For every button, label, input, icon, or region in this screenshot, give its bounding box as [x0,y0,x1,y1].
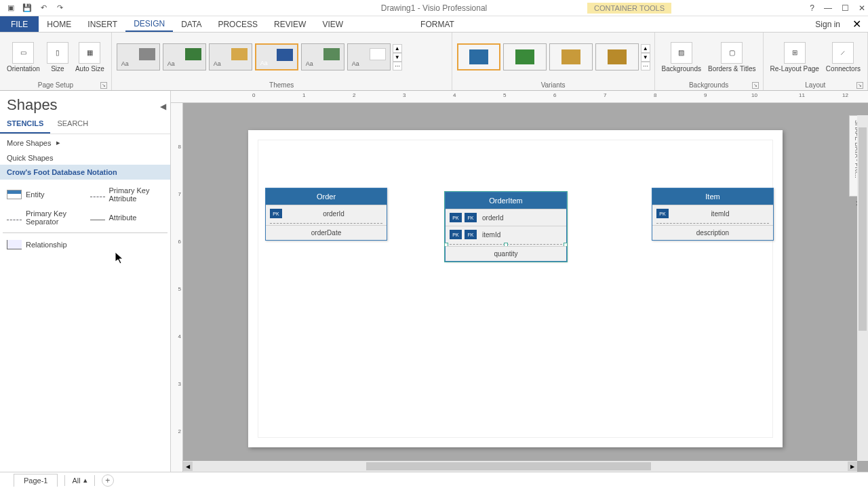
tab-home[interactable]: HOME [39,16,79,32]
add-page-button[interactable]: + [102,474,114,487]
shape-attribute[interactable]: Attribute [86,207,168,228]
tab-review[interactable]: REVIEW [266,16,314,32]
layout-launcher[interactable]: ↘ [856,82,863,89]
relayout-button[interactable]: ⊞Re-Layout Page [768,41,822,74]
scrollbar-horizontal[interactable]: ◀ ▶ [183,461,857,472]
tab-design[interactable]: DESIGN [125,16,173,32]
redo-icon[interactable]: ↷ [54,3,65,14]
minimize-icon[interactable]: — [824,3,832,13]
theme-gallery-scroll: ▲ ▼ ⋯ [393,44,402,70]
ribbon-tabs: FILE HOME INSERT DESIGN DATA PROCESS REV… [0,16,868,33]
page-setup-launcher[interactable]: ↘ [100,82,107,89]
variant-gallery-more[interactable]: ⋯ [641,62,650,70]
entity-item-separator [656,223,769,224]
theme-6[interactable]: Aa [347,43,391,70]
scroll-right-icon[interactable]: ▶ [848,462,857,471]
layout-label: Layout↘ [768,80,863,90]
chevron-up-icon: ▴ [83,476,87,485]
more-shapes[interactable]: More Shapes▸ [0,134,170,151]
scrollbar-h-thumb[interactable] [366,462,651,470]
undo-icon[interactable]: ↶ [38,3,49,14]
borders-titles-button[interactable]: ▢Borders & Titles [705,41,759,74]
divider [64,475,65,486]
entity-order-pk[interactable]: PKorderId [266,205,387,222]
group-layout: ⊞Re-Layout Page ⟋Connectors Layout↘ [764,33,868,90]
shape-relationship[interactable]: Relationship [3,237,85,252]
backgrounds-button[interactable]: ▨Backgrounds [659,41,704,74]
tab-search[interactable]: SEARCH [50,117,95,134]
orientation-button[interactable]: ▭Orientation [4,41,43,74]
entity-order[interactable]: Order PKorderId orderDate [265,188,387,241]
doc-close-icon[interactable]: ✕ [846,16,868,32]
theme-2[interactable]: Aa [163,43,206,70]
theme-3[interactable]: Aa [209,43,252,70]
entity-item[interactable]: Item PKitemId description [652,188,774,241]
tab-process[interactable]: PROCESS [210,16,266,32]
stencil-divider [3,232,167,233]
tab-insert[interactable]: INSERT [79,16,125,32]
scroll-left-icon[interactable]: ◀ [183,462,193,471]
canvas-area: 0123456789101112 8765432 Order PKorderId… [171,91,868,472]
entity-order-header[interactable]: Order [266,188,387,205]
main-area: Shapes ◀ STENCILS SEARCH More Shapes▸ Qu… [0,91,868,472]
variant-1[interactable] [457,43,500,70]
theme-1[interactable]: Aa [117,43,160,70]
theme-gallery-more[interactable]: ⋯ [393,62,402,70]
variant-scroll-down[interactable]: ▼ [641,53,650,62]
tab-file[interactable]: FILE [0,16,39,32]
fk-badge: FK [465,213,477,222]
pk-badge: PK [270,209,282,218]
maximize-icon[interactable]: ☐ [842,3,849,13]
theme-5[interactable]: Aa [301,43,344,70]
stencil-header[interactable]: Crow's Foot Database Notation [0,165,170,180]
quick-shapes[interactable]: Quick Shapes [0,151,170,165]
entity-orderitem-header[interactable]: OrderItem [446,192,566,209]
group-variants: ▲ ▼ ⋯ Variants [452,33,655,90]
drawing-page[interactable]: Order PKorderId orderDate OrderItem PKFK… [248,130,783,447]
entity-item-header[interactable]: Item [652,188,773,205]
shape-entity[interactable]: Entity [3,184,85,205]
shapes-panel: Shapes ◀ STENCILS SEARCH More Shapes▸ Qu… [0,91,171,472]
auto-size-button[interactable]: ▦Auto Size [73,41,107,74]
variants-label: Variants [456,80,650,90]
page-tab-1[interactable]: Page-1 [14,474,58,487]
tab-format[interactable]: FORMAT [412,16,462,32]
size-button[interactable]: ▯Size [44,41,71,74]
entity-orderitem[interactable]: OrderItem PKFKorderId PKFKitemId quantit… [445,192,567,262]
stencil-shapes: Entity Primary Key Attribute Primary Key… [0,180,170,256]
theme-scroll-down[interactable]: ▼ [393,53,402,62]
connectors-button[interactable]: ⟋Connectors [823,41,863,74]
theme-scroll-up[interactable]: ▲ [393,44,402,53]
entity-orderitem-attr[interactable]: quantity [446,246,566,261]
entity-orderitem-pk1[interactable]: PKFKorderId [446,209,566,226]
tab-data[interactable]: DATA [173,16,210,32]
close-icon[interactable]: ✕ [859,3,865,13]
save-icon[interactable]: 💾 [22,3,33,14]
canvas-viewport[interactable]: Order PKorderId orderDate OrderItem PKFK… [183,103,868,472]
entity-orderitem-pk2[interactable]: PKFKitemId [446,226,566,243]
signin-link[interactable]: Sign in [810,16,846,32]
variant-3[interactable] [549,43,593,70]
variant-4[interactable] [595,43,639,70]
ribbon: ▭Orientation ▯Size ▦Auto Size Page Setup… [0,33,868,91]
page-tab-all[interactable]: All▴ [72,476,87,485]
variant-2[interactable] [503,43,547,70]
variant-scroll-up[interactable]: ▲ [641,44,650,53]
backgrounds-label: Backgrounds↘ [659,80,759,90]
entity-item-pk[interactable]: PKitemId [652,205,773,222]
shape-pk-attribute[interactable]: Primary Key Attribute [86,184,168,205]
scrollbar-v-thumb[interactable] [859,127,867,331]
shape-pk-separator[interactable]: Primary Key Separator [3,207,85,228]
entity-item-attr[interactable]: description [652,225,773,240]
entity-orderitem-separator[interactable] [450,244,562,245]
ruler-horizontal: 0123456789101112 [171,91,868,103]
help-icon[interactable]: ? [810,3,814,13]
backgrounds-launcher[interactable]: ↘ [752,82,759,89]
tab-view[interactable]: VIEW [314,16,351,32]
scrollbar-vertical[interactable] [857,115,868,461]
entity-order-attr[interactable]: orderDate [266,225,387,240]
tab-stencils[interactable]: STENCILS [0,117,50,134]
panel-collapse-icon[interactable]: ◀ [160,102,166,111]
theme-4[interactable]: Aa [255,43,298,70]
themes-label: Themes [116,80,448,90]
